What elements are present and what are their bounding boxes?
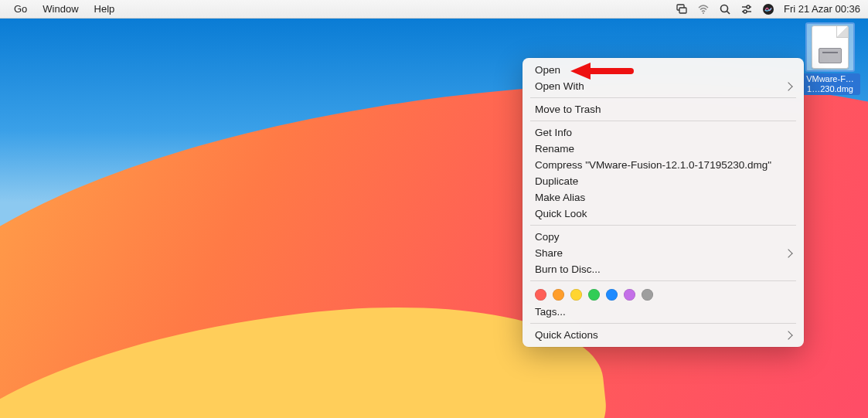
disk-image-glyph: [819, 48, 842, 63]
cm-duplicate-label: Duplicate: [535, 175, 578, 187]
cm-tags[interactable]: Tags...: [523, 304, 804, 320]
annotation-arrow: [570, 61, 637, 81]
cm-open-with[interactable]: Open With: [523, 78, 804, 94]
cm-rename-label: Rename: [535, 143, 574, 155]
chevron-right-icon: [784, 82, 792, 90]
tag-green[interactable]: [588, 289, 600, 301]
separator: [530, 225, 796, 226]
cm-trash-label: Move to Trash: [535, 104, 601, 115]
chevron-right-icon: [784, 331, 792, 339]
separator: [530, 97, 796, 98]
separator: [530, 323, 796, 324]
cm-tag-colors: [523, 284, 804, 304]
svg-point-8: [744, 10, 747, 13]
svg-point-2: [703, 12, 704, 14]
cm-get-info[interactable]: Get Info: [523, 124, 804, 141]
cm-compress[interactable]: Compress "VMware-Fusion-12.1.0-17195230.…: [523, 157, 804, 173]
svg-point-6: [747, 5, 750, 8]
svg-marker-11: [570, 63, 591, 80]
cm-alias-label: Make Alias: [535, 192, 585, 203]
menubar-clock[interactable]: Fri 21 Azar 00:36: [784, 3, 860, 15]
desktop-file-dmg[interactable]: VMware-F…1…230.dmg: [800, 22, 860, 95]
wifi-icon[interactable]: [697, 3, 710, 15]
context-menu: Open Open With Move to Trash Get Info Re…: [523, 58, 804, 347]
menu-window[interactable]: Window: [36, 2, 84, 16]
spotlight-search-icon[interactable]: [719, 3, 731, 15]
cm-copy-label: Copy: [535, 231, 560, 243]
cm-getinfo-label: Get Info: [535, 127, 572, 138]
cm-compress-label: Compress "VMware-Fusion-12.1.0-17195230.…: [535, 159, 771, 171]
svg-line-4: [727, 11, 730, 14]
tag-yellow[interactable]: [570, 289, 582, 301]
menubar-right: Fri 21 Azar 00:36: [676, 3, 860, 15]
separator: [530, 280, 796, 281]
cm-move-to-trash[interactable]: Move to Trash: [523, 101, 804, 117]
cm-quick-look[interactable]: Quick Look: [523, 206, 804, 222]
cm-open-label: Open: [535, 64, 560, 76]
tag-gray[interactable]: [642, 289, 653, 301]
separator: [530, 121, 796, 121]
menubar-left: Go Window Help: [8, 2, 121, 16]
cm-burn-label: Burn to Disc...: [535, 263, 601, 275]
tag-purple[interactable]: [624, 289, 635, 301]
menubar: Go Window Help Fri 21 Azar 00:36: [0, 0, 868, 19]
cm-copy[interactable]: Copy: [523, 229, 804, 245]
chevron-right-icon: [784, 249, 792, 257]
cm-duplicate[interactable]: Duplicate: [523, 173, 804, 189]
cm-tags-label: Tags...: [535, 306, 566, 318]
menu-help[interactable]: Help: [88, 2, 121, 16]
dmg-file-icon: [812, 25, 849, 69]
svg-rect-1: [679, 8, 686, 13]
file-label: VMware-F…1…230.dmg: [800, 73, 860, 95]
cm-open-with-label: Open With: [535, 80, 584, 92]
cm-share[interactable]: Share: [523, 245, 804, 261]
control-center-icon[interactable]: [740, 3, 753, 15]
menu-go[interactable]: Go: [8, 2, 33, 16]
cm-quick-actions[interactable]: Quick Actions: [523, 327, 804, 343]
svg-point-3: [721, 5, 728, 12]
cm-open[interactable]: Open: [523, 62, 804, 78]
cm-rename[interactable]: Rename: [523, 141, 804, 157]
cm-quickactions-label: Quick Actions: [535, 329, 598, 341]
desktop[interactable]: VMware-F…1…230.dmg Open Open With Move t…: [0, 19, 868, 418]
tag-red[interactable]: [535, 289, 546, 301]
tag-orange[interactable]: [553, 289, 564, 301]
cm-quicklook-label: Quick Look: [535, 208, 587, 219]
cm-make-alias[interactable]: Make Alias: [523, 189, 804, 206]
file-icon-selection: [805, 22, 855, 72]
screen-mirroring-icon[interactable]: [676, 3, 688, 15]
siri-icon[interactable]: [762, 3, 774, 15]
cm-burn[interactable]: Burn to Disc...: [523, 261, 804, 277]
tag-blue[interactable]: [606, 289, 618, 301]
cm-share-label: Share: [535, 247, 563, 259]
